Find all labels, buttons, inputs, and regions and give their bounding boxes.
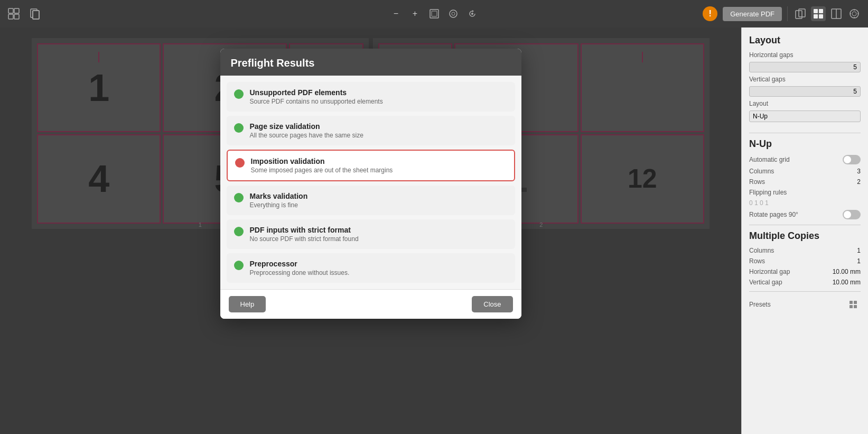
check-desc-pdf-inputs: No source PDF with strict format found [250,235,359,243]
zoom-out-button[interactable]: − [389,6,404,21]
rows-row: Rows 2 [749,178,861,186]
nup-section-title: N-Up [749,138,861,150]
close-button[interactable]: Close [472,296,512,312]
presets-label: Presets [749,301,771,308]
horizontal-gaps-label: Horizontal gaps [749,51,793,59]
modal-body: Unsupported PDF elements Source PDF cont… [220,76,521,289]
canvas-area: 1 2 9 4 5 12 1 [0,27,741,434]
mc-vertical-gap-row: Vertical gap 10.00 mm [749,279,861,286]
toolbar-center: − + [389,6,480,21]
help-button[interactable]: Help [229,296,266,312]
check-content-page-size: Page size validation All the source page… [250,122,363,139]
check-desc-page-size: All the source pages have the same size [250,132,363,139]
check-title-imposition: Imposition validation [251,157,393,165]
check-imposition: Imposition validation Some imposed pages… [227,150,515,181]
svg-point-21 [852,12,856,16]
svg-rect-16 [814,14,818,19]
columns-label: Columns [749,168,774,175]
modal-overlay: Preflight Results Unsupported PDF elemen… [0,27,741,434]
preflight-modal: Preflight Results Unsupported PDF elemen… [220,49,521,319]
check-content-pdf-inputs: PDF inputs with strict format No source … [250,226,359,243]
presets-row: Presets [749,297,861,312]
svg-point-11 [471,13,473,15]
check-pdf-inputs: PDF inputs with strict format No source … [227,219,515,249]
svg-rect-0 [8,8,13,13]
svg-rect-26 [850,301,853,304]
check-desc-imposition: Some imposed pages are out of the sheet … [251,167,393,174]
mc-horizontal-gap-value: 10.00 mm [833,268,861,275]
status-dot-imposition [235,158,245,168]
svg-rect-1 [14,8,19,13]
rotate-button[interactable] [465,6,480,21]
mc-horizontal-gap-label: Horizontal gap [749,268,790,275]
flipping-rules-label: Flipping rules [749,189,787,196]
svg-rect-29 [854,305,857,308]
check-desc-preprocessor: Preprocessing done without issues. [250,269,350,276]
split-view-icon[interactable] [829,6,844,21]
grid-view-icon[interactable] [811,6,826,21]
columns-row: Columns 3 [749,168,861,175]
mc-rows-row: Rows 1 [749,257,861,265]
check-content-preprocessor: Preprocessor Preprocessing done without … [250,260,350,276]
check-content-unsupported: Unsupported PDF elements Source PDF cont… [250,88,383,105]
automatic-grid-toggle[interactable] [843,155,861,164]
warning-icon[interactable]: ! [703,6,717,21]
columns-value: 3 [857,168,861,175]
rotate-pages-label: Rotate pages 90° [749,211,798,218]
horizontal-gaps-input[interactable] [749,62,861,72]
pages-icon[interactable] [27,6,42,21]
layout-icon[interactable] [6,6,21,21]
svg-point-20 [850,10,858,18]
status-dot-preprocessor [234,261,244,270]
vertical-gaps-input[interactable] [749,86,861,97]
layout-section-title: Layout [749,35,861,46]
divider-1 [749,133,861,133]
mc-vertical-gap-label: Vertical gap [749,279,782,286]
layout-type-row: Layout [749,100,861,107]
svg-point-10 [452,12,455,15]
divider-2 [749,225,861,225]
rotate-pages-toggle[interactable] [843,210,861,219]
mc-columns-row: Columns 1 [749,247,861,254]
status-dot-page-size [234,123,244,133]
zoom-in-button[interactable]: + [408,6,423,21]
flipping-rules-value-row: 0 1 0 1 [749,199,861,207]
svg-rect-7 [430,10,438,18]
svg-point-9 [450,10,457,17]
svg-rect-3 [14,14,19,19]
layout-type-select[interactable]: N-Up [749,110,861,122]
vertical-gaps-value-row [749,86,861,97]
copy-layout-icon[interactable] [793,6,808,21]
toolbar-left [6,6,42,21]
toolbar-right: ! Generate PDF [703,6,862,21]
check-page-size: Page size validation All the source page… [227,116,515,145]
check-unsupported-pdf: Unsupported PDF elements Source PDF cont… [227,82,515,112]
svg-rect-8 [432,11,437,16]
zoom-fit-button[interactable] [446,6,461,21]
status-dot-unsupported [234,89,244,99]
svg-rect-14 [814,9,818,13]
fit-page-button[interactable] [427,6,442,21]
status-dot-marks [234,193,244,202]
mc-rows-label: Rows [749,257,765,265]
layout-type-label: Layout [749,100,768,107]
mc-rows-value: 1 [857,257,861,265]
check-preprocessor: Preprocessor Preprocessing done without … [227,253,515,283]
divider-3 [749,291,861,292]
main-area: 1 2 9 4 5 12 1 [0,27,868,434]
mc-columns-value: 1 [857,247,861,254]
vertical-gaps-row: Vertical gaps [749,76,861,83]
target-icon[interactable] [847,6,862,21]
rows-value: 2 [857,178,861,186]
presets-grid-icon[interactable] [846,297,861,312]
rows-label: Rows [749,178,765,186]
svg-rect-5 [33,11,39,19]
check-title-unsupported: Unsupported PDF elements [250,88,383,97]
svg-rect-2 [8,14,13,19]
check-title-marks: Marks validation [250,192,308,200]
generate-pdf-button[interactable]: Generate PDF [723,7,782,21]
flipping-rules-row: Flipping rules [749,189,861,196]
svg-rect-27 [854,301,857,304]
multiple-copies-title: Multiple Copies [749,230,861,242]
modal-title: Preflight Results [220,49,521,76]
